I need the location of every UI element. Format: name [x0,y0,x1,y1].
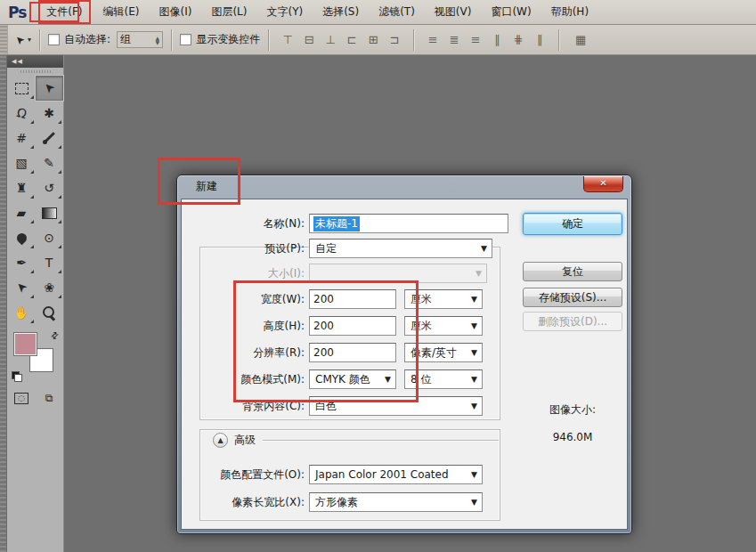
menu-window[interactable]: 窗口(W) [484,1,538,23]
menu-help[interactable]: 帮助(H) [544,1,596,23]
color-mode-value: CMYK 颜色 [315,372,370,387]
eyedropper-icon [42,131,56,145]
dialog-body: 名称(N): 未标题-1 预设(P): 自定 ▼ 大小(I): ▼ [181,199,628,530]
path-selection-tool-button[interactable]: ➤ [8,275,36,300]
show-transform-controls-checkbox[interactable] [180,34,191,45]
resolution-unit-dropdown[interactable]: 像素/英寸 ▼ [404,343,483,362]
align-horizontal-centers-icon[interactable]: ⊞ [364,31,382,49]
auto-select-mode-dropdown[interactable]: 组 ▲▼ [117,31,163,48]
auto-align-layers-icon[interactable]: ▦ [569,31,592,49]
reset-button[interactable]: 复位 [523,262,622,281]
default-colors-icon[interactable] [12,371,22,382]
menu-edit[interactable]: 编辑(E) [96,1,147,23]
eyedropper-tool-button[interactable] [36,126,63,150]
blur-tool-button[interactable] [8,225,36,250]
width-unit-dropdown[interactable]: 厘米 ▼ [404,289,483,309]
magic-wand-tool-button[interactable]: ✱ [36,101,63,126]
rectangular-marquee-tool-button[interactable] [8,76,36,101]
eraser-tool-button[interactable]: ▰ [8,200,36,225]
history-brush-tool-button[interactable]: ↺ [36,175,63,200]
width-input[interactable]: 200 [309,289,396,309]
separator [558,29,559,51]
quick-mask-button[interactable]: ◌ [8,387,36,409]
rectangular-marquee-icon [15,83,28,94]
menu-filter[interactable]: 滤镜(T) [371,1,422,23]
clone-stamp-tool-button[interactable]: ♜ [8,175,36,200]
align-right-edges-icon[interactable]: ⊐ [386,31,403,49]
align-bottom-edges-icon[interactable]: ⊥ [321,31,339,49]
separator [171,29,172,51]
background-contents-dropdown[interactable]: 白色 ▼ [309,396,483,416]
image-size-value: 946.0M [523,431,622,443]
menu-select[interactable]: 选择(S) [315,1,366,23]
menu-file[interactable]: 文件(F) [38,0,90,24]
hand-tool-button[interactable]: ✋ [8,300,36,325]
crop-icon: # [16,132,27,144]
lasso-tool-button[interactable]: Ω [8,101,36,126]
crop-tool-button[interactable]: # [8,126,36,150]
pen-icon: ✒ [16,256,27,269]
distribute-top-edges-icon[interactable]: ≡ [424,31,442,49]
align-vertical-centers-icon[interactable]: ⊟ [300,31,318,49]
swap-colors-icon[interactable]: ⇄ [48,329,61,342]
align-top-edges-icon[interactable]: ⊤ [279,31,297,49]
menu-image[interactable]: 图像(I) [152,1,199,23]
preset-dropdown[interactable]: 自定 ▼ [309,239,492,258]
gradient-tool-button[interactable] [36,200,63,225]
distribute-vertical-centers-icon[interactable]: ≣ [445,31,463,49]
resolution-input[interactable]: 200 [309,343,396,362]
clone-stamp-icon: ♜ [16,182,28,194]
height-unit-dropdown[interactable]: 厘米 ▼ [404,316,483,336]
align-left-edges-icon[interactable]: ⊏ [343,31,361,49]
dodge-icon: ⊙ [44,231,54,244]
save-preset-button[interactable]: 存储预设(S)... [523,288,622,307]
type-tool-button[interactable]: T [36,250,63,275]
name-input[interactable]: 未标题-1 [309,214,508,233]
panel-grip[interactable] [7,68,63,76]
color-mode-dropdown[interactable]: CMYK 颜色 ▼ [309,369,396,389]
move-tool-button[interactable]: ➤ [36,76,63,101]
distribute-right-edges-icon[interactable]: ‖ [531,31,549,49]
hand-icon: ✋ [13,306,28,319]
menu-view[interactable]: 视图(V) [427,1,479,23]
distribute-horizontal-centers-icon[interactable]: ⋕ [509,31,527,49]
lasso-icon: Ω [15,106,28,120]
auto-select-checkbox[interactable] [48,34,60,45]
pixel-aspect-ratio-dropdown[interactable]: 方形像素 ▼ [309,492,483,512]
close-button[interactable]: ✕ [583,176,623,192]
foreground-color-swatch[interactable] [13,332,37,356]
width-value: 200 [313,293,334,305]
new-document-dialog: 新建 ✕ 名称(N): 未标题-1 预设(P): 自定 ▼ [176,175,632,534]
distribute-left-edges-icon[interactable]: ∥ [488,31,506,49]
custom-shape-tool-button[interactable]: ❀ [36,275,63,300]
menu-layer[interactable]: 图层(L) [204,1,254,23]
screen-mode-button[interactable]: ⧉ [36,387,63,409]
separator [39,29,40,51]
ok-button[interactable]: 确定 [523,213,622,235]
bit-depth-dropdown[interactable]: 8 位 ▼ [404,369,483,389]
chevron-down-icon: ▼ [471,402,477,410]
height-input[interactable]: 200 [309,316,396,336]
spot-healing-brush-tool-button[interactable]: ▧ [8,150,36,175]
chevron-down-icon: ▼ [471,470,477,479]
name-value: 未标题-1 [313,216,360,231]
resolution-value: 200 [313,346,334,359]
tool-preset-picker[interactable]: ➤ ▾ [15,34,31,46]
advanced-collapse-button[interactable]: ▲ [213,433,228,448]
zoom-tool-button[interactable] [36,300,63,325]
brush-tool-button[interactable]: ✎ [36,150,63,175]
distribute-bottom-edges-icon[interactable]: ≡ [467,31,484,49]
options-bar-grip[interactable] [0,25,8,54]
pen-tool-button[interactable]: ✒ [8,250,36,275]
dodge-tool-button[interactable]: ⊙ [36,225,63,250]
color-profile-dropdown[interactable]: Japan Color 2001 Coated ▼ [309,465,483,484]
collapse-panel-button[interactable]: ◀◀ [7,55,63,68]
chevron-down-icon: ▼ [471,348,477,357]
panel-dock-edge[interactable] [0,55,7,552]
close-icon: ✕ [599,178,606,188]
height-unit-value: 厘米 [411,319,432,334]
menu-bar: Ps 文件(F) 编辑(E) 图像(I) 图层(L) 文字(Y) 选择(S) 滤… [0,0,756,25]
menu-type[interactable]: 文字(Y) [259,1,310,23]
gradient-icon [42,207,57,219]
auto-select-label: 自动选择: [64,32,110,47]
